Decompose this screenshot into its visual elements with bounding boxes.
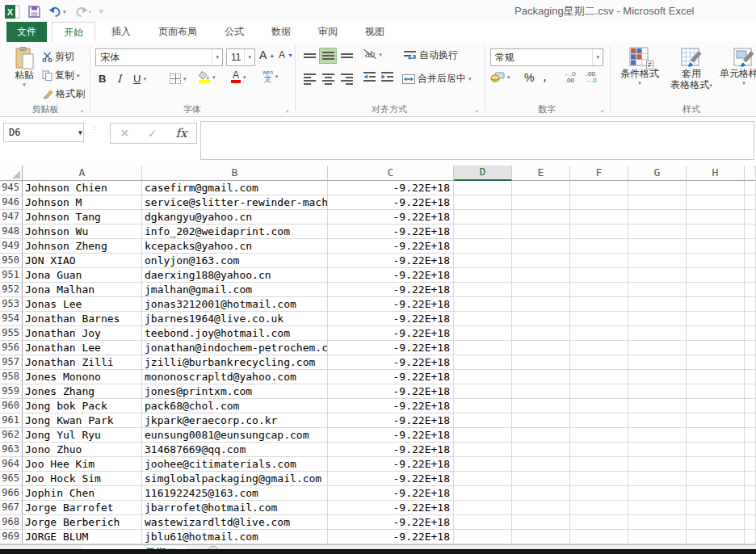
cell[interactable]: casefirm@gmail.com [142,181,328,195]
format-as-table-dropdown-icon[interactable]: ▾ [709,82,712,88]
cell[interactable]: 314687669@qq.com [142,443,328,457]
name-box[interactable]: D6 ▾ [3,123,84,142]
cell[interactable] [512,283,570,297]
insert-function-icon[interactable]: fx [176,126,187,141]
cell[interactable]: -9.22E+18 [328,384,454,399]
column-header-d-selected[interactable]: D [454,166,512,181]
row-header[interactable]: 946 [0,195,23,210]
cell[interactable] [454,254,512,268]
cell[interactable] [628,501,687,515]
cell[interactable] [512,341,570,355]
cell[interactable]: -9.22E+18 [328,530,454,544]
cell[interactable]: Jonathan Joy [23,326,142,341]
column-header-h[interactable]: H [687,166,745,181]
cell[interactable]: jblu61@hotmail.com [142,530,328,544]
cell[interactable] [628,210,687,225]
row-header[interactable]: 964 [0,457,23,472]
cell[interactable] [454,472,512,486]
cell[interactable]: -9.22E+18 [328,195,454,210]
cell[interactable]: -9.22E+18 [328,312,454,326]
cell[interactable] [454,283,512,297]
cell[interactable] [454,486,512,501]
cell[interactable]: -9.22E+18 [328,326,454,341]
cell[interactable] [570,210,628,225]
row-header[interactable]: 967 [0,501,23,515]
row-header[interactable]: 949 [0,239,23,254]
cell[interactable] [687,181,745,195]
cell[interactable] [454,530,512,544]
cell[interactable]: -9.22E+18 [328,501,454,515]
cell[interactable]: Johnson M [23,195,142,210]
row-header[interactable]: 961 [0,413,23,428]
row-header[interactable]: 957 [0,355,23,370]
cell[interactable] [512,312,570,326]
format-painter-button[interactable]: 格式刷 [42,87,85,101]
formula-bar-splitter[interactable]: ⋮ [90,125,99,134]
cut-button[interactable]: 剪切 [42,50,74,64]
save-icon[interactable] [28,6,40,18]
cell[interactable] [628,428,687,443]
cell[interactable] [570,297,628,312]
cell[interactable] [570,370,628,384]
cell[interactable] [628,384,687,399]
cell[interactable] [454,326,512,341]
cell[interactable] [512,326,570,341]
cell[interactable]: pack68@chol.com [142,399,328,413]
cell[interactable] [628,268,687,283]
cell[interactable] [512,399,570,413]
font-size-combo[interactable]: 11 ▾ [226,48,255,66]
row-header[interactable]: 955 [0,326,23,341]
cell[interactable] [454,413,512,428]
tab-review[interactable]: 审阅 [307,22,349,42]
cell[interactable] [454,195,512,210]
cell[interactable] [687,486,745,501]
row-header[interactable]: 953 [0,297,23,312]
fill-color-button[interactable]: ▾ [199,71,216,83]
row-header[interactable]: 952 [0,283,23,297]
cell[interactable]: -9.22E+18 [328,225,454,239]
cell[interactable] [570,501,628,515]
decrease-indent-button[interactable] [363,72,376,82]
tab-insert[interactable]: 插入 [100,22,142,42]
increase-indent-button[interactable] [381,72,393,82]
name-box-dropdown-icon[interactable]: ▾ [78,127,83,138]
cell[interactable] [687,195,745,210]
cell[interactable] [570,399,628,413]
phonetic-dropdown-icon[interactable]: ▾ [275,73,279,79]
cell[interactable]: -9.22E+18 [328,515,454,530]
cell[interactable] [628,530,687,544]
cell[interactable] [570,268,628,283]
undo-dropdown-icon[interactable]: ▾ [63,9,66,15]
cell[interactable]: Jorge Berberich [23,515,142,530]
cell[interactable]: jbarnes1964@live.co.uk [142,312,328,326]
cell[interactable]: JORGE BLUM [23,530,142,544]
cell[interactable] [687,413,745,428]
cell[interactable] [628,254,687,268]
cancel-icon[interactable]: ✕ [120,127,129,140]
cell[interactable] [628,457,687,472]
cell[interactable] [512,384,570,399]
row-header[interactable]: 963 [0,443,23,457]
cell[interactable] [687,399,745,413]
orientation-dropdown-icon[interactable]: ▾ [379,52,382,57]
cell[interactable] [687,384,745,399]
cell[interactable]: Jong Yul Ryu [23,428,142,443]
cell[interactable] [628,181,687,195]
align-middle-button[interactable] [319,48,337,64]
column-header-e[interactable]: E [512,166,570,181]
cell[interactable] [628,195,687,210]
cell[interactable] [687,341,745,355]
cell[interactable] [512,413,570,428]
cell[interactable]: simglobalpackaging@gmail.com [142,472,328,486]
cell[interactable]: Jona Guan [23,268,142,283]
cell[interactable]: daerxing188@yahoo.cn [142,268,328,283]
formula-input[interactable] [200,121,754,160]
cell[interactable] [454,501,512,515]
cell[interactable]: Jonas Lee [23,297,142,312]
cell[interactable] [512,225,570,239]
accounting-dropdown-icon[interactable]: ▾ [507,74,510,80]
row-header[interactable]: 958 [0,370,23,384]
row-header[interactable]: 950 [0,254,23,268]
tab-view[interactable]: 视图 [354,22,396,42]
cell[interactable] [570,472,628,486]
